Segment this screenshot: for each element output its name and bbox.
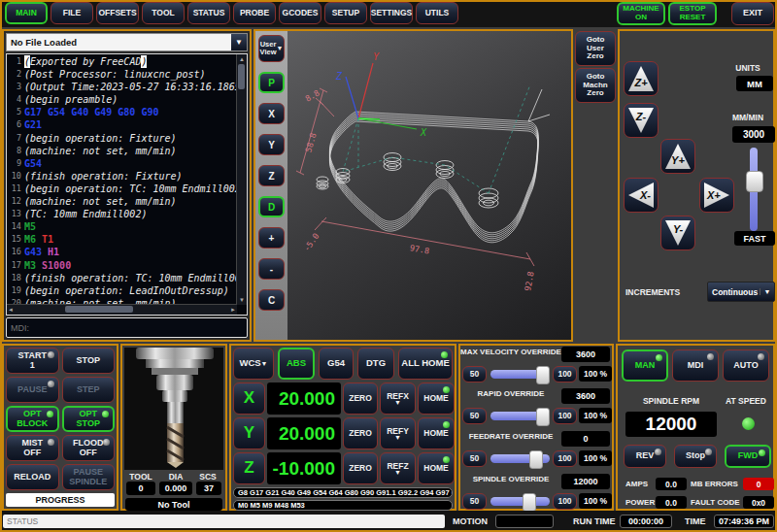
rapid-override-50-button[interactable]: 50 xyxy=(462,408,487,424)
axis-y-button[interactable]: Y xyxy=(233,417,265,449)
tab-main[interactable]: MAIN xyxy=(5,2,48,24)
slider-handle[interactable] xyxy=(523,493,536,512)
tab-offsets[interactable]: OFFSETS xyxy=(96,2,139,24)
view-button-c[interactable]: C xyxy=(258,289,285,311)
scroll-right-icon[interactable]: ► xyxy=(230,305,236,315)
slider-handle[interactable] xyxy=(746,171,763,192)
mist-off-button[interactable]: MIST OFF xyxy=(6,435,59,461)
axis-x-button[interactable]: X xyxy=(233,382,265,415)
file-combo[interactable]: No File Loaded ▼ xyxy=(6,33,248,51)
opt-block-button[interactable]: OPT BLOCK xyxy=(6,406,59,432)
g54-button[interactable]: G54 xyxy=(319,348,354,380)
fault-code-value: 0x0 xyxy=(743,496,774,509)
jog-z-button[interactable]: Z- xyxy=(624,103,659,138)
jog-y+-button[interactable]: Y+ xyxy=(660,139,695,174)
all-home-button[interactable]: ALL HOME xyxy=(398,348,453,380)
view-button-[interactable]: - xyxy=(258,258,285,280)
scroll-down-icon[interactable]: ▼ xyxy=(239,295,245,305)
tab-utils[interactable]: UTILS xyxy=(416,2,458,24)
goto-user-zero-button[interactable]: Goto User Zero xyxy=(575,31,616,66)
view-button-x[interactable]: X xyxy=(258,103,285,124)
zero-y-button[interactable]: ZERO xyxy=(343,417,378,449)
view-button-+[interactable]: + xyxy=(258,227,285,249)
scroll-left-icon[interactable]: ◄ xyxy=(8,305,14,315)
view-button-p[interactable]: P xyxy=(258,72,285,93)
axis-z-button[interactable]: Z xyxy=(233,452,265,484)
rapid-override-slider[interactable] xyxy=(490,412,550,420)
tab-settings[interactable]: SETTINGS xyxy=(370,2,413,24)
auto-mode-button[interactable]: AUTO xyxy=(723,349,769,382)
abs-button[interactable]: ABS xyxy=(278,348,315,380)
spindle-rev-button[interactable]: REV xyxy=(624,445,666,468)
tab-gcodes[interactable]: GCODES xyxy=(279,2,321,24)
wcs-button[interactable]: WCS▼ xyxy=(233,348,274,380)
chevron-down-icon[interactable]: ▼ xyxy=(760,288,774,295)
home-z-button[interactable]: HOME xyxy=(418,452,455,484)
gcode-editor[interactable]: 1(Exported by FreeCAD)2(Post Processor: … xyxy=(6,53,248,316)
vertical-scrollbar[interactable]: ▲ ▼ xyxy=(236,54,247,305)
tab-tool[interactable]: TOOL xyxy=(142,2,185,24)
horizontal-scroll-thumb[interactable] xyxy=(65,306,133,313)
opt-stop-button[interactable]: OPT STOP xyxy=(62,406,116,432)
backplot-canvas[interactable]: Y Z X 8.8 58.8 -5.0 97.8 92.8 xyxy=(287,31,571,340)
man-mode-button[interactable]: MAN xyxy=(622,349,668,382)
view-button-d[interactable]: D xyxy=(258,196,285,217)
pause-button[interactable]: PAUSE xyxy=(6,377,59,403)
slider-handle[interactable] xyxy=(536,408,550,426)
zero-x-button[interactable]: ZERO xyxy=(343,382,378,415)
spindle-override-100-button[interactable]: 100 xyxy=(553,493,577,510)
slider-handle[interactable] xyxy=(536,366,550,384)
increments-combo[interactable]: Continuous ▼ xyxy=(707,282,775,302)
horizontal-scrollbar[interactable]: ◄ ► xyxy=(7,304,237,315)
jog-rate-slider[interactable] xyxy=(744,148,763,231)
estop-reset-button[interactable]: ESTOP RESET xyxy=(668,2,717,25)
pause-spindle-button[interactable]: PAUSE SPINDLE xyxy=(62,464,116,490)
spindle-stop-button[interactable]: Stop xyxy=(674,445,717,468)
ref-y-button[interactable]: REFY▼ xyxy=(380,417,416,449)
mdi-input[interactable] xyxy=(6,317,248,338)
spindle-override-50-button[interactable]: 50 xyxy=(462,493,487,510)
tab-file[interactable]: FILE xyxy=(51,2,93,24)
max-velocity-override-100-button[interactable]: 100 xyxy=(553,366,577,382)
fault-code-label: FAULT CODE xyxy=(691,498,740,507)
jog-x+-button[interactable]: X+ xyxy=(699,178,734,213)
reload-button[interactable]: RELOAD xyxy=(6,464,59,490)
home-x-button[interactable]: HOME xyxy=(418,382,455,415)
view-button-z[interactable]: Z xyxy=(258,165,285,186)
zero-z-button[interactable]: ZERO xyxy=(343,452,378,484)
scroll-up-icon[interactable]: ▲ xyxy=(239,54,245,64)
jog-x-button[interactable]: X- xyxy=(624,178,659,213)
vertical-scroll-thumb[interactable] xyxy=(238,64,245,89)
feedrate-override-50-button[interactable]: 50 xyxy=(462,450,487,467)
tab-setup[interactable]: SETUP xyxy=(324,2,367,24)
tab-status[interactable]: STATUS xyxy=(187,2,230,24)
spindle-override-slider[interactable] xyxy=(490,497,550,506)
ref-z-button[interactable]: REFZ▼ xyxy=(380,452,416,484)
slider-handle[interactable] xyxy=(529,450,543,469)
mdi-mode-button[interactable]: MDI xyxy=(672,349,719,382)
rapid-override-100-button[interactable]: 100 xyxy=(553,408,577,424)
step-button[interactable]: STEP xyxy=(62,377,116,403)
feedrate-override-slider[interactable] xyxy=(490,454,550,463)
goto-machine-zero-button[interactable]: Goto Machn Zero xyxy=(575,68,616,103)
start-1-button[interactable]: START 1 xyxy=(6,348,59,374)
view-button-user-view[interactable]: User View▼ xyxy=(258,35,285,62)
exit-button[interactable]: EXIT xyxy=(731,2,774,25)
chevron-down-icon[interactable]: ▼ xyxy=(231,34,247,50)
flood-off-button[interactable]: FLOOD OFF xyxy=(62,435,116,461)
jog-y-button[interactable]: Y- xyxy=(660,216,695,250)
home-y-button[interactable]: HOME xyxy=(418,417,455,449)
stop-button[interactable]: STOP xyxy=(62,348,116,374)
max-velocity-override-slider[interactable] xyxy=(490,370,550,379)
machine-on-button[interactable]: MACHINE ON xyxy=(617,2,665,25)
triangle-down-icon: Y- xyxy=(665,220,691,246)
max-velocity-override-50-button[interactable]: 50 xyxy=(462,366,487,382)
spindle-fwd-button[interactable]: FWD xyxy=(725,445,771,468)
dtg-button[interactable]: DTG xyxy=(357,348,394,380)
jog-z+-button[interactable]: Z+ xyxy=(624,61,659,96)
feedrate-override-100-button[interactable]: 100 xyxy=(553,450,577,467)
view-button-y[interactable]: Y xyxy=(258,134,285,155)
tool-dia-value: 0.000 xyxy=(159,482,192,495)
ref-x-button[interactable]: REFX▼ xyxy=(380,382,416,415)
tab-probe[interactable]: PROBE xyxy=(233,2,276,24)
